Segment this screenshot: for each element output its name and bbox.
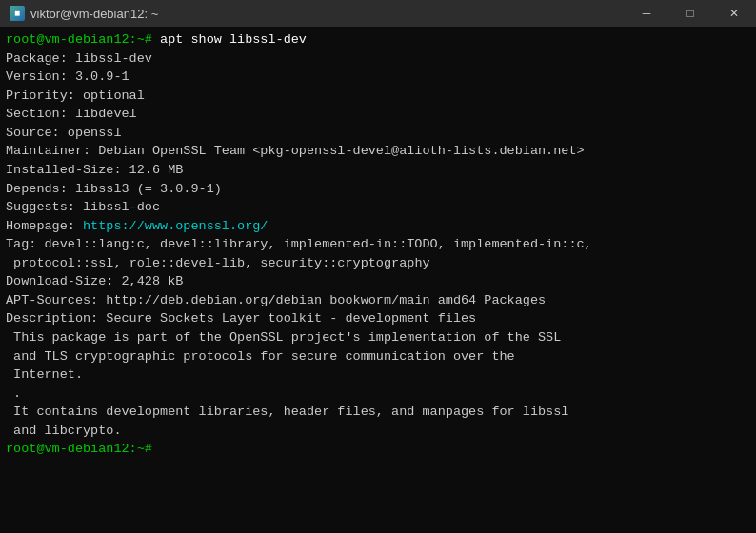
apt-sources-text: http://deb.debian.org/debian bookworm/ma…: [106, 293, 546, 307]
terminal-line: .: [6, 385, 750, 404]
command-text: apt show libssl-dev: [152, 32, 307, 47]
title-text: viktor@vm-debian12: ~: [30, 7, 158, 21]
terminal-line: and libcrypto.: [6, 422, 750, 441]
key-text: APT-Sources:: [6, 293, 106, 307]
terminal-line: Download-Size: 2,428 kB: [6, 272, 750, 291]
terminal-line: It contains development libraries, heade…: [6, 403, 750, 422]
maximize-button[interactable]: □: [668, 0, 712, 27]
terminal-line: Depends: libssl3 (= 3.0.9-1): [6, 180, 750, 199]
terminal-line: Maintainer: Debian OpenSSL Team <pkg-ope…: [6, 142, 750, 161]
close-button[interactable]: ✕: [712, 0, 756, 27]
title-bar: ■ viktor@vm-debian12: ~ ─ □ ✕: [0, 0, 756, 27]
terminal-line: Priority: optional: [6, 87, 750, 106]
terminal-line: Tag: devel::lang:c, devel::library, impl…: [6, 235, 750, 254]
minimize-button[interactable]: ─: [625, 0, 668, 27]
terminal-icon: ■: [10, 6, 25, 21]
title-bar-controls: ─ □ ✕: [625, 0, 756, 27]
terminal-line: Internet.: [6, 365, 750, 385]
url-text: https://www.openssl.org/: [83, 219, 268, 233]
terminal-line: APT-Sources: http://deb.debian.org/debia…: [6, 291, 750, 310]
terminal-line: Package: libssl-dev: [6, 49, 750, 69]
terminal-line: and TLS cryptographic protocols for secu…: [6, 347, 750, 366]
prompt-text: root@vm-debian12:~#: [6, 442, 152, 456]
terminal-line: protocol::ssl, role::devel-lib, security…: [6, 254, 750, 273]
terminal-line: Installed-Size: 12.6 MB: [6, 161, 750, 180]
terminal-line: Version: 3.0.9-1: [6, 68, 750, 87]
prompt-text: root@vm-debian12:~#: [6, 32, 152, 47]
terminal-line: Source: openssl: [6, 124, 750, 143]
terminal-line: Description: Secure Sockets Layer toolki…: [6, 309, 750, 328]
terminal-line: root@vm-debian12:~# apt show libssl-dev: [6, 30, 750, 49]
title-bar-left: ■ viktor@vm-debian12: ~: [10, 6, 158, 21]
terminal-line: root@vm-debian12:~#: [6, 440, 750, 459]
key-text: Homepage:: [6, 219, 83, 233]
terminal-line: Homepage: https://www.openssl.org/: [6, 217, 750, 236]
terminal-line: Section: libdevel: [6, 105, 750, 124]
terminal-body[interactable]: root@vm-debian12:~# apt show libssl-devP…: [0, 27, 756, 533]
terminal-line: Suggests: libssl-doc: [6, 198, 750, 217]
terminal-line: This package is part of the OpenSSL proj…: [6, 328, 750, 347]
terminal-window: ■ viktor@vm-debian12: ~ ─ □ ✕ root@vm-de…: [0, 0, 756, 533]
